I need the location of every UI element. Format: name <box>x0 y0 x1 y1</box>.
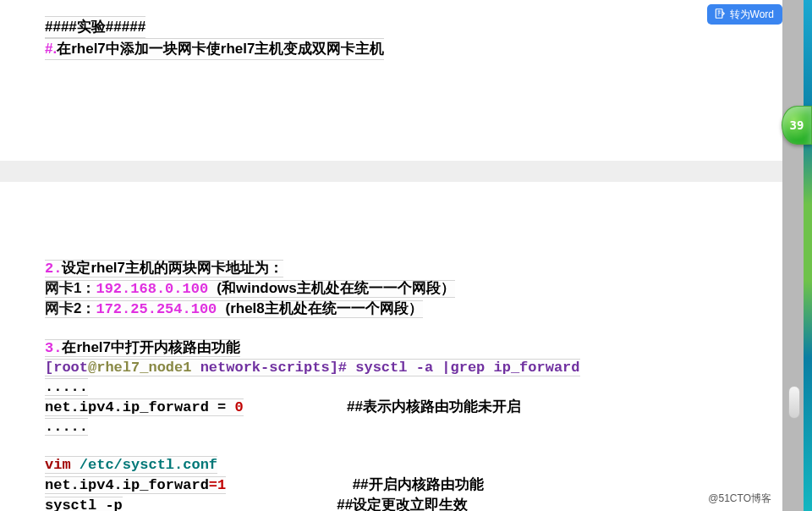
word-icon <box>714 8 726 22</box>
ipforward-1: net.ipv4.ip_forward=1 ##开启内核路由功能 <box>45 475 757 495</box>
scroll-handle[interactable] <box>788 386 800 419</box>
step-2-title: 2.设定rhel7主机的两块网卡地址为： <box>45 258 757 278</box>
sysctl-p: sysctl -p ##设定更改立即生效 <box>45 495 757 511</box>
vim-cmd: vim /etc/sysctl.conf <box>45 455 757 475</box>
step-3-ipforward-0: net.ipv4.ip_forward = 0 ##表示内核路由功能未开启 <box>45 397 757 417</box>
step-3-dots-1: ..... <box>45 377 757 397</box>
step-3-dots-2: ..... <box>45 417 757 437</box>
page-bottom: 2.设定rhel7主机的两块网卡地址为： 网卡1：192.168.0.100 (… <box>0 182 782 511</box>
step-1-line: #.在rhel7中添加一块网卡使rhel7主机变成双网卡主机 <box>45 38 384 60</box>
watermark: @51CTO博客 <box>708 492 771 506</box>
step-2-nic2: 网卡2：172.25.254.100 (rhel8主机处在统一一个网段） <box>45 299 757 319</box>
convert-to-word-button[interactable]: 转为Word <box>707 4 782 25</box>
word-btn-label: 转为Word <box>730 8 774 22</box>
step-2-nic1: 网卡1：192.168.0.100 (和windows主机处在统一一个网段） <box>45 278 757 299</box>
score-badge[interactable]: 39 <box>782 106 812 145</box>
page-gap <box>0 161 782 182</box>
step-3-title: 3.在rhel7中打开内核路由功能 <box>45 338 757 358</box>
score-value: 39 <box>790 118 804 132</box>
step-3-cmd: [root@rhel7_node1 network-scripts]# sysc… <box>45 358 757 377</box>
page-top: ####实验##### #.在rhel7中添加一块网卡使rhel7主机变成双网卡… <box>0 0 782 161</box>
heading-experiment: ####实验##### <box>45 16 145 38</box>
rail-stripe <box>804 0 812 511</box>
